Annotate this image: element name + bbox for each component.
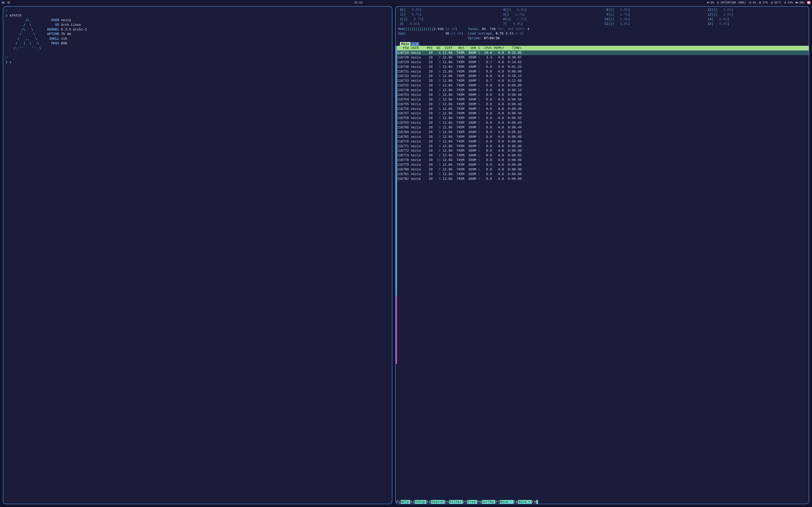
sun-icon [783, 1, 787, 4]
fn-f1[interactable]: F1Help [396, 500, 410, 504]
wifi-icon [716, 1, 720, 4]
cpu-meter: 5[| 1.3%] [501, 12, 600, 17]
temp-value: 45°C [774, 1, 781, 4]
process-row[interactable]: 116781nezia20012.8G745M300MS0.04.80:00.0… [397, 172, 809, 176]
tab-io[interactable]: I/O [410, 42, 419, 46]
process-row[interactable]: 116753nezia20012.8G745M300MS0.04.80:00.4… [397, 93, 809, 97]
process-row[interactable]: 116733nezia20012.8G745M300MS0.74.80:12.0… [397, 78, 809, 83]
cpu-meter: 10[|| 2.6%] [604, 17, 703, 21]
volume-icon [707, 1, 710, 4]
process-row[interactable]: 116759nezia20012.8G745M300MS0.04.80:00.4… [397, 120, 809, 125]
swap-meter: Swp[ 0K/24.0G] [398, 31, 463, 36]
tray-wifi[interactable]: UPC59F3A0 (88%) [716, 1, 746, 4]
htop-pane[interactable]: 0[| 9.0%]1[| 0.7%]2[|| 4.7%]3[ 0.0%]4[||… [395, 6, 809, 504]
volume-value: 0% [711, 1, 714, 4]
cpu-meter: 3[ 0.0%] [398, 21, 497, 26]
process-row[interactable]: 116771nezia20012.8G745M300MS0.04.80:00.0… [397, 144, 809, 149]
discord-icon[interactable] [807, 1, 811, 4]
svg-line-3 [709, 2, 710, 3]
cpu-meter: 9[|| 2.7%] [604, 12, 703, 17]
cpu-meter: 12[|| 2.0%] [707, 7, 806, 12]
cpu-meter: 8[|| 5.2%] [604, 7, 703, 12]
task-summary: Tasks: 80, 746 thr, 249 kthr; 4Load aver… [468, 27, 806, 41]
tray-battery[interactable]: 98% [795, 1, 805, 4]
fn-f6[interactable]: F6SortBy [477, 500, 495, 504]
tray-menu[interactable]: 27% [758, 1, 768, 4]
cpu-meter: 1[| 0.7%] [398, 12, 497, 17]
process-row[interactable]: 116780nezia20012.8G745M300MS0.04.80:00.0… [397, 167, 809, 172]
svg-rect-0 [2, 1, 4, 3]
process-row[interactable]: 116757nezia20012.8G745M300MS0.04.80:00.4… [397, 111, 809, 116]
menu-icon [758, 1, 762, 4]
thermometer-icon [770, 1, 773, 4]
process-row[interactable]: 116724nezia20012.8G745M300MS19.64.89:22.… [397, 50, 809, 55]
cpu-meter: 13[|| 2.6%] [707, 12, 806, 17]
process-row[interactable]: 116754nezia20012.8G745M300MS0.04.80:00.5… [397, 97, 809, 102]
process-row[interactable]: 116764nezia20012.8G745M300MS0.04.80:05.8… [397, 130, 809, 134]
cpu-meter: 7[ 0.0%] [501, 21, 600, 26]
cpu-meter: 2[|| 4.7%] [398, 17, 497, 21]
fn-f2[interactable]: F2Setup [410, 500, 426, 504]
svg-rect-8 [796, 2, 798, 3]
svg-point-2 [8, 2, 9, 3]
function-key-bar: F1Help F2Setup F3SearchF4FilterF5Tree F6… [396, 500, 809, 504]
gear-value: 4% [753, 1, 756, 4]
menu-value: 27% [763, 1, 768, 4]
top-bar: 15:52 0% UPC59F3A0 (88%) 4% 27% 45°C 53% [0, 0, 812, 5]
svg-rect-7 [798, 2, 798, 3]
battery-value: 98% [799, 1, 805, 4]
process-row[interactable]: 116738nezia20012.8G745M300MS0.04.80:00.1… [397, 88, 809, 93]
battery-icon [795, 1, 798, 4]
process-row[interactable]: 116772nezia20012.8G745M300MS0.04.80:00.0… [397, 148, 809, 153]
tray-volume[interactable]: 0% [707, 1, 714, 4]
process-row[interactable]: 116732nezia20012.8G745M300MS0.04.80:18.1… [397, 74, 809, 78]
tray-gear[interactable]: 4% [749, 1, 756, 4]
cpu-meter: 14[ 0.0%] [707, 17, 806, 21]
process-row[interactable]: 116755nezia20012.8G745M300MS0.04.80:00.4… [397, 102, 809, 107]
tray-temp[interactable]: 45°C [770, 1, 781, 4]
wifi-value: UPC59F3A0 (88%) [721, 1, 746, 4]
process-row[interactable]: 116730nezia20012.8G745M300MS0.04.80:01.3… [397, 64, 809, 69]
tray-brightness[interactable]: 53% [783, 1, 793, 4]
process-row[interactable]: 116735nezia20012.8G745M300MS0.04.80:00.0… [397, 83, 809, 88]
fn-f4[interactable]: F4Filter [445, 500, 463, 504]
cpu-meter: 0[| 9.0%] [398, 7, 497, 12]
svg-point-5 [784, 2, 786, 3]
fn-f8[interactable]: F8Nice + [514, 500, 532, 504]
terminal-icon[interactable] [1, 1, 5, 4]
cpu-meter: 4[|| 9.6%] [501, 7, 600, 12]
process-row[interactable]: 116756nezia20012.8G745M300MS0.04.80:00.4… [397, 107, 809, 111]
mem-meter: Mem[||||||||||||||2.93G/15.2G] [398, 27, 463, 32]
cpu-meter: 15[ 0.0%] [707, 21, 806, 26]
fn-f7[interactable]: F7Nice - [495, 500, 513, 504]
tab-main[interactable]: Main [400, 42, 411, 46]
clock: 15:52 [10, 1, 707, 4]
process-row[interactable]: 116773nezia20012.8G745M300MS0.04.80:00.0… [397, 153, 809, 158]
process-row[interactable]: 116770nezia20012.8G745M300MS0.04.80:00.0… [397, 139, 809, 144]
cpu-meter: 11[|| 3.9%] [604, 21, 703, 26]
cpu-meter: 6[|| 7.7%] [501, 17, 600, 21]
process-row[interactable]: 116758nezia20012.8G745M300MS0.04.80:00.4… [397, 116, 809, 120]
circle-icon[interactable] [7, 1, 10, 4]
fn-f5[interactable]: F5Tree [463, 500, 477, 504]
svg-point-4 [750, 2, 751, 3]
process-row[interactable]: 116782nezia20012.8G745M300MS0.04.80:00.0… [397, 176, 809, 181]
process-row[interactable]: 116731nezia20012.8G745M300MS0.04.80:00.0… [397, 69, 809, 74]
process-row[interactable]: 116778nezia391912.8G745M300MS0.04.80:00.… [397, 158, 809, 162]
terminal-pane[interactable]: ~ ❯ afetch /\ USER nezia / \ OS Arch Lin… [3, 6, 392, 504]
process-row[interactable]: 116728nezia20012.8G745M300MS3.34.80:38.0… [397, 55, 809, 60]
fn-f9[interactable]: F9 [532, 500, 538, 504]
gear-icon [749, 1, 752, 4]
process-row[interactable]: 116729nezia20012.8G745M300MS0.74.80:14.6… [397, 60, 809, 64]
process-header[interactable]: PIDUSERPRINIVIRTRESSHRSCPU%MEM%▽TIME+ [397, 46, 809, 50]
fn-f3[interactable]: F3Search [426, 500, 445, 504]
process-row[interactable]: 116779nezia20012.8G745M300MS0.04.80:00.0… [397, 162, 809, 167]
process-row[interactable]: 116765nezia20012.8G745M300MS0.04.80:00.0… [397, 134, 809, 139]
brightness-value: 53% [788, 1, 793, 4]
process-row[interactable]: 116760nezia20012.8G745M300MS0.04.80:00.4… [397, 125, 809, 130]
